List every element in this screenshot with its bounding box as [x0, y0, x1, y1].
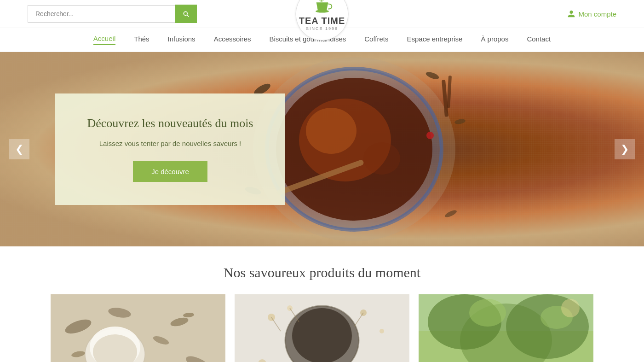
logo-area[interactable]: TEA TIME SINCE 1996 [296, 0, 349, 41]
nav-item-infusions[interactable]: Infusions [168, 35, 196, 45]
slider-next-button[interactable]: ❯ [615, 139, 635, 159]
hero-cta-button[interactable]: Je découvre [133, 161, 207, 182]
svg-point-34 [380, 329, 384, 333]
account-area[interactable]: Mon compte [567, 10, 616, 18]
header: TEA TIME SINCE 1996 Mon compte [0, 0, 644, 28]
svg-point-11 [444, 209, 458, 219]
hero-title: Découvrez les nouveautés du mois [83, 117, 258, 130]
logo-circle: TEA TIME SINCE 1996 [296, 0, 349, 41]
svg-point-8 [425, 70, 440, 81]
svg-point-6 [363, 142, 400, 175]
hero-slider: Découvrez les nouveautés du mois Laissez… [0, 52, 644, 246]
products-section-title: Nos savoureux produits du moment [28, 265, 616, 280]
logo-cup-icon [311, 0, 333, 14]
product-image-1 [51, 294, 225, 362]
logo-text: TEA TIME [299, 16, 345, 26]
product-card-3[interactable] [419, 294, 593, 362]
nav-item-a-propos[interactable]: À propos [481, 35, 508, 45]
svg-point-49 [561, 299, 580, 317]
products-row [28, 294, 616, 362]
account-icon [567, 10, 575, 18]
nav-item-contact[interactable]: Contact [527, 35, 551, 45]
search-button[interactable] [175, 5, 197, 23]
product-card-2[interactable] [235, 294, 409, 362]
svg-point-9 [454, 118, 466, 125]
svg-point-0 [316, 10, 329, 12]
nav-item-espace-entreprise[interactable]: Espace entreprise [407, 35, 462, 45]
nav-item-accessoires[interactable]: Accessoires [214, 35, 251, 45]
search-input[interactable] [28, 5, 175, 23]
hero-subtitle: Laissez vous tenter par de nouvelles sav… [83, 140, 258, 147]
product-image-2 [235, 294, 409, 362]
nav-item-thes[interactable]: Thés [134, 35, 149, 45]
products-section: Nos savoureux produits du moment [0, 246, 644, 362]
svg-rect-15 [447, 76, 452, 108]
nav-item-coffrets[interactable]: Coffrets [364, 35, 388, 45]
svg-point-5 [306, 108, 356, 154]
slider-prev-button[interactable]: ❮ [9, 139, 29, 159]
product-image-3 [419, 294, 593, 362]
hero-card: Découvrez les nouveautés du mois Laissez… [55, 93, 285, 205]
search-icon [182, 10, 190, 18]
svg-point-13 [426, 132, 434, 139]
logo-since: SINCE 1996 [306, 26, 338, 31]
account-label: Mon compte [578, 10, 616, 18]
product-card-1[interactable] [51, 294, 225, 362]
svg-point-46 [469, 299, 506, 327]
search-area [28, 5, 197, 23]
nav-item-accueil[interactable]: Accueil [93, 35, 115, 45]
